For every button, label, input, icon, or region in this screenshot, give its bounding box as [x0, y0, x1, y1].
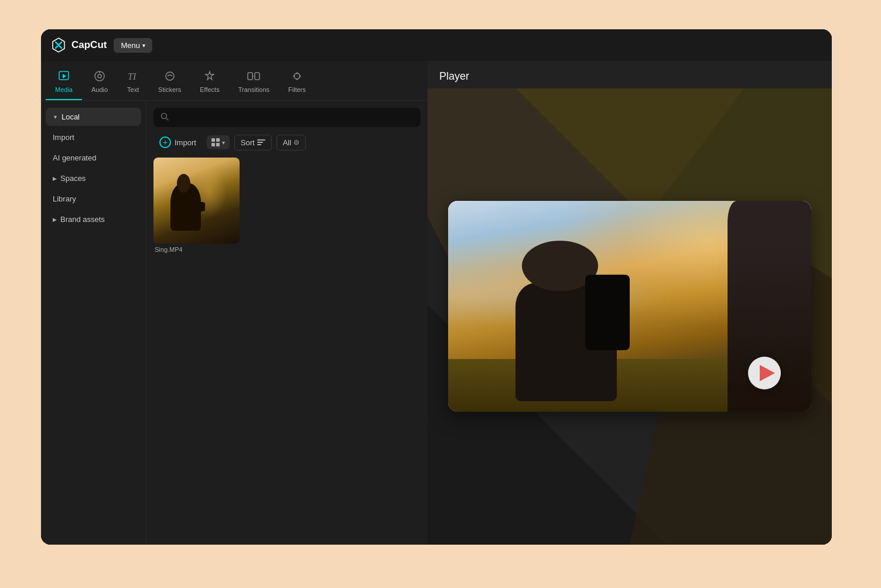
audio-tab-icon [94, 70, 105, 84]
svg-point-10 [296, 73, 298, 74]
tab-audio[interactable]: Audio [82, 66, 117, 100]
tab-filters[interactable]: Filters [279, 66, 315, 100]
media-grid: Sing.MP4 [153, 158, 421, 253]
menu-arrow-icon: ▾ [142, 42, 145, 49]
tab-audio-label: Audio [91, 86, 108, 93]
sidebar-item-library[interactable]: Library [46, 190, 141, 208]
search-bar [153, 108, 421, 127]
svg-point-11 [296, 78, 298, 80]
player-title: Player [428, 61, 832, 88]
tab-media-label: Media [55, 86, 73, 93]
text-tab-icon: TI [127, 70, 139, 84]
svg-point-12 [293, 76, 295, 77]
import-button[interactable]: + Import [153, 133, 202, 152]
media-item-sing-mp4[interactable]: Sing.MP4 [153, 158, 240, 253]
local-arrow-icon: ▼ [53, 114, 58, 120]
grid-view-icon [211, 138, 220, 146]
tab-filters-label: Filters [288, 86, 306, 93]
svg-point-13 [299, 76, 301, 77]
sidebar-item-spaces[interactable]: ▶ Spaces [46, 169, 141, 187]
tab-effects-label: Effects [200, 86, 219, 93]
title-bar: CapCut Menu ▾ [41, 29, 832, 61]
menu-button[interactable]: Menu ▾ [114, 38, 152, 53]
tab-media[interactable]: Media [46, 66, 82, 100]
svg-rect-7 [248, 73, 252, 80]
svg-line-15 [166, 118, 169, 121]
view-toggle-button[interactable]: ▾ [207, 135, 230, 149]
sidebar-item-ai-generated[interactable]: AI generated [46, 149, 141, 167]
svg-marker-1 [63, 74, 66, 78]
tab-transitions-label: Transitions [238, 86, 269, 93]
effects-tab-icon [204, 70, 216, 84]
sort-lines-icon [257, 139, 265, 145]
tab-stickers[interactable]: Stickers [149, 66, 190, 100]
svg-text:TI: TI [128, 71, 136, 81]
media-tab-icon [58, 70, 70, 84]
svg-rect-8 [255, 73, 259, 80]
sidebar-item-import[interactable]: Import [46, 128, 141, 146]
import-plus-icon: + [159, 136, 171, 148]
tab-transitions[interactable]: Transitions [229, 66, 279, 100]
logo-area: CapCut [50, 37, 107, 53]
sort-button[interactable]: Sort [234, 135, 272, 151]
spaces-arrow-icon: ▶ [53, 176, 57, 182]
app-name: CapCut [71, 39, 107, 51]
tab-text[interactable]: TI Text [117, 66, 149, 100]
sidebar-item-local[interactable]: ▼ Local [46, 108, 141, 126]
tab-effects[interactable]: Effects [190, 66, 228, 100]
chevron-down-icon: ▾ [222, 139, 225, 146]
tab-text-label: Text [127, 86, 139, 93]
media-area: + Import ▾ Sort [146, 101, 428, 545]
svg-point-3 [98, 74, 101, 78]
app-window: CapCut Menu ▾ Media [41, 29, 832, 545]
media-filename: Sing.MP4 [153, 246, 240, 253]
sidebar-item-brand-assets[interactable]: ▶ Brand assets [46, 210, 141, 228]
main-content: Media Audio TI [41, 61, 832, 545]
sidebar: ▼ Local Import AI generated ▶ Spaces Lib [41, 101, 146, 545]
player-preview-card [448, 201, 811, 412]
svg-point-6 [166, 72, 174, 80]
media-toolbar: + Import ▾ Sort [153, 133, 421, 152]
player-area [428, 88, 832, 545]
transitions-tab-icon [247, 70, 260, 84]
filter-icon: ⊜ [293, 138, 299, 146]
tab-stickers-label: Stickers [158, 86, 181, 93]
stickers-tab-icon [164, 70, 176, 84]
player-figure-main [503, 233, 630, 401]
tab-bar: Media Audio TI [41, 61, 428, 101]
play-cursor[interactable] [747, 355, 782, 391]
filters-tab-icon [291, 70, 303, 84]
filter-button[interactable]: All ⊜ [276, 135, 306, 151]
brand-assets-arrow-icon: ▶ [53, 217, 57, 223]
right-panel: Player [428, 61, 832, 545]
capcut-logo-icon [50, 37, 67, 53]
panel-body: ▼ Local Import AI generated ▶ Spaces Lib [41, 101, 428, 545]
search-icon [161, 112, 169, 122]
media-thumbnail [153, 158, 240, 244]
left-panel: Media Audio TI [41, 61, 428, 545]
search-input[interactable] [173, 113, 414, 122]
